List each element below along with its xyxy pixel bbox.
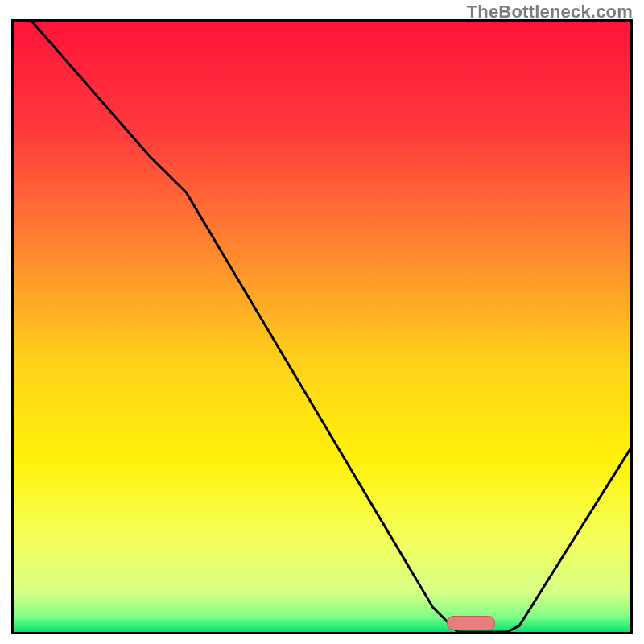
chart-background xyxy=(14,22,630,632)
bottleneck-chart xyxy=(14,22,630,632)
watermark-text: TheBottleneck.com xyxy=(467,2,633,23)
optimal-marker xyxy=(447,616,494,630)
chart-frame xyxy=(11,19,633,634)
